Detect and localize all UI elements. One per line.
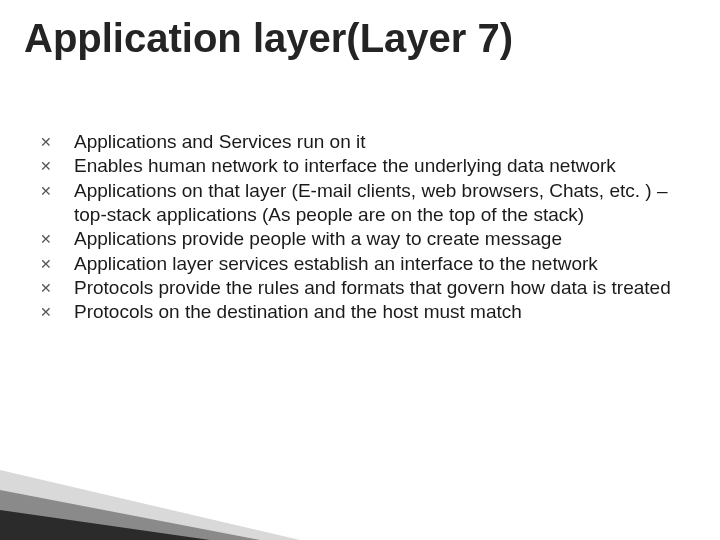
slide: Application layer(Layer 7) ✕ Application… <box>0 0 720 540</box>
list-item: ✕ Applications provide people with a way… <box>40 227 690 251</box>
list-item: ✕ Applications and Services run on it <box>40 130 690 154</box>
bullet-icon: ✕ <box>40 154 74 176</box>
list-item: ✕ Enables human network to interface the… <box>40 154 690 178</box>
bullet-text: Applications provide people with a way t… <box>74 227 690 251</box>
bullet-text: Protocols provide the rules and formats … <box>74 276 690 300</box>
svg-marker-2 <box>0 510 210 540</box>
bullet-icon: ✕ <box>40 300 74 322</box>
list-item: ✕ Protocols provide the rules and format… <box>40 276 690 300</box>
bullet-text: Enables human network to interface the u… <box>74 154 690 178</box>
list-item: ✕ Protocols on the destination and the h… <box>40 300 690 324</box>
bullet-text: Applications on that layer (E-mail clien… <box>74 179 690 228</box>
svg-marker-1 <box>0 490 260 540</box>
bullet-icon: ✕ <box>40 276 74 298</box>
bullet-icon: ✕ <box>40 130 74 152</box>
list-item: ✕ Application layer services establish a… <box>40 252 690 276</box>
list-item: ✕ Applications on that layer (E-mail cli… <box>40 179 690 228</box>
bullet-text: Applications and Services run on it <box>74 130 690 154</box>
slide-title: Application layer(Layer 7) <box>24 16 513 61</box>
bullet-text: Protocols on the destination and the hos… <box>74 300 690 324</box>
bullet-icon: ✕ <box>40 179 74 201</box>
bullet-list: ✕ Applications and Services run on it ✕ … <box>40 130 690 325</box>
svg-marker-0 <box>0 470 300 540</box>
corner-decoration <box>0 430 360 540</box>
bullet-icon: ✕ <box>40 227 74 249</box>
bullet-text: Application layer services establish an … <box>74 252 690 276</box>
bullet-icon: ✕ <box>40 252 74 274</box>
